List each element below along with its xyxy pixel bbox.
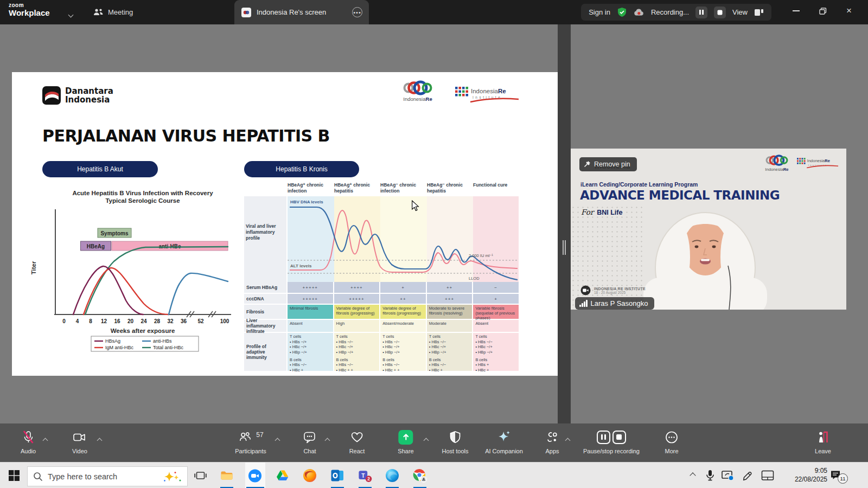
svg-text:4: 4	[76, 318, 79, 324]
tray-mic-icon[interactable]	[703, 468, 717, 483]
svg-text:Titer: Titer	[30, 261, 37, 274]
zoom-app-icon[interactable]	[248, 468, 262, 483]
svg-text:IndonesiaRe: IndonesiaRe	[471, 88, 506, 94]
pause-recording-button[interactable]	[695, 7, 707, 18]
tab-shared-screen-label: Indonesia Re's screen	[257, 8, 326, 16]
indonesia-re-institute-logo: IndonesiaRe Institute	[796, 156, 840, 170]
share-options-chevron[interactable]	[424, 435, 428, 445]
clock-date: 22/08/2025	[780, 476, 827, 484]
brand-line1: Danantara	[65, 87, 113, 96]
react-button[interactable]: React	[349, 428, 365, 454]
pause-stop-recording-button[interactable]: Pause/stop recording	[583, 428, 640, 454]
camera-badge-icon	[580, 285, 591, 296]
cloud-recording-icon	[634, 8, 644, 16]
maximize-button[interactable]	[814, 0, 832, 22]
stop-recording-button[interactable]	[714, 7, 726, 18]
phase-header: HBeAg⁻ chronicinfection	[380, 182, 426, 194]
table-cell: +++++	[288, 294, 333, 304]
chat-button[interactable]: Chat	[303, 428, 317, 454]
task-view-icon	[194, 470, 207, 481]
video-button[interactable]: Video	[72, 428, 87, 454]
view-layout-icon[interactable]	[754, 8, 764, 17]
remove-pin-button[interactable]: Remove pin	[579, 157, 637, 171]
participants-button[interactable]: 57 Participants	[235, 428, 266, 454]
google-drive-icon[interactable]	[275, 468, 289, 483]
table-cell: T cells• HBs −/−• HBc −/+• HBp −/+ B cel…	[427, 333, 473, 371]
sparkle-icon	[496, 429, 512, 445]
pause-icon[interactable]	[597, 431, 610, 444]
participants-options-chevron[interactable]	[276, 435, 279, 445]
hbv-alt-curves: HBV DNA levels ALT levels 2,000 IU ml⁻¹ …	[288, 196, 519, 282]
tray-display-icon[interactable]	[720, 468, 735, 483]
chrome-icon[interactable]	[413, 468, 427, 483]
curve-row-label: Viral and liver inflammatory profile	[246, 223, 285, 241]
table-cell: +++	[427, 294, 473, 304]
leave-button[interactable]: Leave	[815, 428, 831, 454]
indonesia-re-logo: IndonesiaRe	[762, 154, 792, 172]
task-view-button[interactable]	[193, 468, 207, 483]
workspace-dropdown-chevron[interactable]	[69, 9, 73, 19]
tray-touchpad-icon[interactable]	[761, 468, 775, 483]
teams-icon[interactable]: T 2	[358, 468, 372, 483]
tab-options-ellipsis-icon[interactable]: •••	[352, 7, 362, 17]
recording-status-label: Recording...	[651, 8, 689, 16]
more-button[interactable]: More	[665, 428, 679, 454]
outlook-icon[interactable]	[330, 468, 344, 483]
watermark-line1: INDONESIA RE INSTITUTE	[594, 287, 646, 291]
pause-icon	[699, 9, 704, 15]
pill-hepatitis-b-akut: Hepatitis B Akut	[42, 161, 158, 177]
divider-drag-handle[interactable]	[561, 240, 566, 255]
shared-screen-slide: Danantara Indonesia IndonesiaRe Indonesi…	[12, 72, 558, 376]
taskbar-clock[interactable]: 9:05 22/08/2025	[780, 467, 827, 484]
share-label: Share	[398, 448, 413, 454]
view-button-label[interactable]: View	[732, 8, 748, 16]
edge-icon[interactable]	[385, 468, 399, 483]
notification-count-badge: 11	[838, 473, 848, 484]
share-button[interactable]: Share	[398, 428, 413, 454]
audio-button[interactable]: Audio	[21, 428, 36, 454]
tray-pen-icon[interactable]	[741, 468, 755, 483]
heart-icon	[350, 430, 365, 445]
table-cell: ++++	[334, 282, 380, 293]
svg-text:IndonesiaRe: IndonesiaRe	[403, 96, 432, 102]
video-options-chevron[interactable]	[98, 435, 101, 445]
panel-divider	[558, 24, 571, 423]
apps-options-chevron[interactable]	[566, 435, 570, 445]
shield-check-icon[interactable]	[617, 7, 627, 17]
chat-options-chevron[interactable]	[326, 435, 329, 445]
close-button[interactable]: ×	[840, 0, 858, 22]
svg-text:IndonesiaRe: IndonesiaRe	[765, 167, 789, 172]
table-cell: ++	[427, 282, 473, 293]
search-highlights-icon	[162, 471, 182, 483]
leave-icon	[815, 430, 830, 445]
tab-shared-screen[interactable]: Indonesia Re's screen •••	[234, 0, 369, 24]
svg-text:16: 16	[114, 318, 120, 324]
apps-button[interactable]: Apps	[545, 428, 560, 454]
participant-name-tag: Laras P Sasongko	[575, 297, 654, 310]
host-tools-button[interactable]: Host tools	[442, 428, 469, 454]
for-word: For	[581, 208, 593, 216]
ellipsis-icon	[665, 430, 679, 445]
taskbar-search-input[interactable]: Type here to search	[27, 466, 188, 486]
svg-text:28: 28	[154, 318, 161, 324]
search-icon	[33, 472, 43, 481]
sign-in-button[interactable]: Sign in	[589, 8, 610, 16]
audio-options-chevron[interactable]	[43, 435, 47, 445]
tray-expand-chevron[interactable]	[686, 468, 700, 483]
table-cell: T cells• HBs −/−• HBc −/+• HBp −/+ B cel…	[380, 333, 426, 371]
firefox-icon[interactable]	[303, 468, 317, 483]
indonesia-re-institute-logo: IndonesiaRe Institute	[455, 84, 521, 106]
minimize-button[interactable]	[787, 0, 805, 22]
remove-pin-label: Remove pin	[594, 160, 630, 168]
more-label: More	[665, 448, 678, 454]
start-button[interactable]	[7, 468, 21, 483]
chat-label: Chat	[303, 448, 316, 454]
file-explorer-icon[interactable]	[220, 468, 234, 483]
logo-text-zoom: zoom	[9, 3, 50, 9]
ai-companion-button[interactable]: AI Companion	[485, 428, 523, 454]
phase-header: HBeAg⁺ chronichepatitis	[334, 182, 380, 194]
svg-text:Total anti-HBc: Total anti-HBc	[153, 345, 184, 350]
tab-meeting[interactable]: Meeting	[93, 0, 133, 24]
windows-icon	[8, 470, 20, 481]
stop-icon[interactable]	[612, 431, 626, 444]
